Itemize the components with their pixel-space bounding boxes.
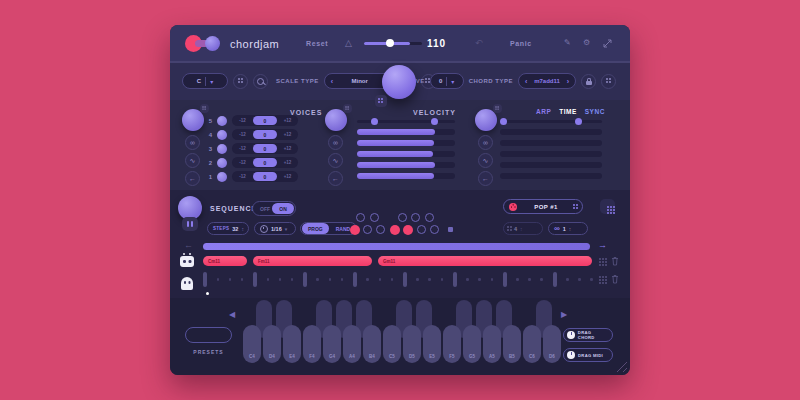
root-dice-button[interactable] (233, 74, 248, 89)
tab-sync[interactable]: SYNC (585, 108, 605, 115)
metronome-icon[interactable]: △ (345, 38, 352, 48)
tempo-slider-handle[interactable] (386, 39, 394, 47)
note-circle-gsharp[interactable] (411, 213, 420, 222)
tab-time[interactable]: TIME (559, 108, 577, 115)
arp-knob[interactable] (475, 109, 497, 131)
trash-icon[interactable] (611, 256, 619, 266)
note-circle-a[interactable] (417, 225, 426, 234)
note-circle-f-selected[interactable] (390, 225, 400, 235)
octave-select[interactable]: 0 ▾ (430, 73, 464, 89)
tab-arp[interactable]: ARP (536, 108, 551, 115)
step-bar[interactable] (303, 272, 307, 287)
voices-wave-button[interactable]: ∿ (185, 153, 200, 168)
velocity-bar[interactable] (357, 173, 455, 179)
voices-dice-badge[interactable] (200, 104, 209, 113)
chord-lock-button[interactable] (581, 74, 596, 89)
range-handle[interactable] (500, 118, 507, 125)
pencil-icon[interactable]: ✎ (564, 38, 571, 47)
velocity-bar[interactable] (357, 162, 455, 168)
note-circle-csharp[interactable] (356, 213, 365, 222)
toggle-off-label[interactable]: OFF (260, 206, 270, 212)
arp-wave-button[interactable]: ∿ (478, 153, 493, 168)
range-handle[interactable] (431, 118, 438, 125)
panic-button[interactable]: Panic (510, 40, 532, 47)
note-circle-fsharp[interactable] (398, 213, 407, 222)
white-key[interactable]: E5 (423, 325, 441, 363)
tempo-slider[interactable] (364, 42, 422, 45)
arp-bar[interactable] (500, 173, 602, 179)
white-key[interactable]: B5 (503, 325, 521, 363)
length-stepper[interactable]: 4 ↕ (503, 222, 543, 235)
white-key[interactable]: F5 (443, 325, 461, 363)
arp-bar[interactable] (500, 129, 602, 135)
note-circle-e[interactable] (376, 225, 385, 234)
trash-icon[interactable] (611, 274, 619, 284)
scale-search-button[interactable] (253, 74, 268, 89)
octave-down-button[interactable]: ◀ (229, 310, 235, 319)
white-key[interactable]: G5 (463, 325, 481, 363)
arp-bar[interactable] (500, 162, 602, 168)
voice-toggle[interactable] (217, 172, 227, 182)
voice-transpose[interactable]: -12 0 +12 (232, 143, 298, 154)
gear-icon[interactable]: ⚙ (583, 38, 590, 47)
root-note-select[interactable]: C ▾ (182, 73, 228, 89)
note-square-toggle[interactable] (448, 227, 453, 232)
arp-reset-button[interactable]: ← (478, 171, 493, 186)
chevron-left-icon[interactable]: ‹ (525, 78, 527, 85)
chord-dice-button[interactable] (601, 74, 616, 89)
arp-range-slider[interactable] (500, 120, 602, 123)
voices-knob[interactable] (182, 109, 204, 131)
presets-button[interactable] (185, 327, 232, 343)
velocity-wave-button[interactable]: ∿ (328, 153, 343, 168)
timeline-forward-button[interactable]: → (598, 241, 607, 250)
velocity-bar[interactable] (357, 140, 455, 146)
drag-midi-button[interactable]: DRAG MIDI (563, 348, 613, 362)
voices-link-button[interactable]: ∞ (185, 135, 200, 150)
preset-selector[interactable]: POP #1 (503, 199, 583, 214)
transpose-value[interactable]: 0 (253, 116, 277, 125)
velocity-link-button[interactable]: ∞ (328, 135, 343, 150)
chord-type-stepper[interactable]: ‹ m7add11 › (518, 73, 576, 89)
chevron-left-icon[interactable]: ‹ (331, 78, 333, 85)
lane-grid-icon[interactable] (599, 276, 601, 278)
resize-icon[interactable] (603, 39, 612, 48)
range-handle[interactable] (371, 118, 378, 125)
arp-dice-badge[interactable] (493, 104, 502, 113)
pattern-grid-button[interactable] (600, 199, 615, 214)
octave-up-button[interactable]: ▶ (561, 310, 567, 319)
undo-icon[interactable]: ↶ (475, 38, 483, 48)
white-key[interactable]: C6 (523, 325, 541, 363)
voices-reset-button[interactable]: ← (185, 171, 200, 186)
step-bar[interactable] (203, 272, 207, 287)
resize-grip[interactable] (614, 359, 627, 372)
note-circle-d[interactable] (363, 225, 372, 234)
white-key[interactable]: B4 (363, 325, 381, 363)
sequencer-pause-button[interactable] (182, 217, 198, 231)
voice-toggle[interactable] (217, 158, 227, 168)
ghost-icon[interactable] (181, 277, 193, 290)
voice-transpose[interactable]: -12 0 +12 (232, 157, 298, 168)
prog-button[interactable]: PROG (302, 223, 329, 234)
step-bar[interactable] (353, 272, 357, 287)
step-bar[interactable] (553, 272, 557, 287)
robot-icon[interactable] (180, 256, 194, 267)
white-key[interactable]: D5 (403, 325, 421, 363)
velocity-knob[interactable] (325, 109, 347, 131)
rate-select[interactable]: 1/16 ▾ (254, 222, 296, 235)
white-key[interactable]: G4 (323, 325, 341, 363)
white-key[interactable]: C4 (243, 325, 261, 363)
chord-grid-icon[interactable] (599, 258, 601, 260)
transpose-value[interactable]: 0 (253, 172, 277, 181)
transpose-value[interactable]: 0 (253, 158, 277, 167)
chord-block[interactable]: Gm11 (378, 256, 592, 266)
range-handle[interactable] (575, 118, 582, 125)
white-key[interactable]: A4 (343, 325, 361, 363)
toggle-on-label[interactable]: ON (272, 203, 294, 214)
white-key[interactable]: A5 (483, 325, 501, 363)
chevron-right-icon[interactable]: › (567, 78, 569, 85)
velocity-reset-button[interactable]: ← (328, 171, 343, 186)
white-key[interactable]: E4 (283, 325, 301, 363)
steps-stepper[interactable]: STEPS 32 ↕ (207, 222, 249, 235)
voice-toggle[interactable] (217, 130, 227, 140)
white-key[interactable]: C5 (383, 325, 401, 363)
